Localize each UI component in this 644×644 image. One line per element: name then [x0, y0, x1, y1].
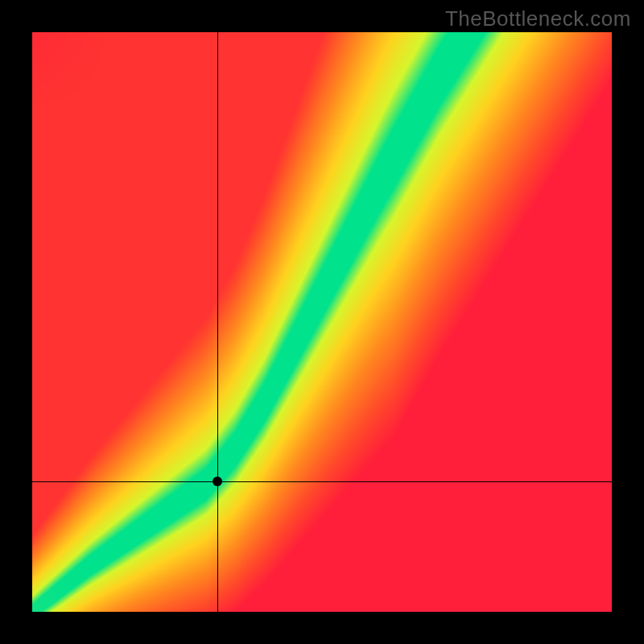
- current-config-marker: [213, 477, 222, 486]
- chart-frame: TheBottleneck.com: [0, 0, 644, 644]
- crosshair-horizontal: [32, 481, 612, 482]
- crosshair-vertical: [217, 32, 218, 612]
- watermark-text: TheBottleneck.com: [445, 6, 631, 31]
- bottleneck-heatmap: [32, 32, 612, 612]
